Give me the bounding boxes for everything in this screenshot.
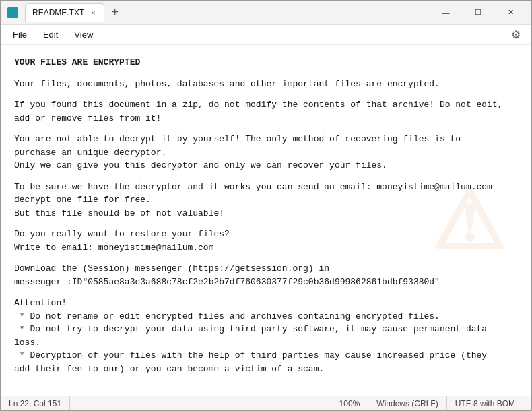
close-button[interactable]: ✕ — [495, 1, 526, 25]
close-tab-button[interactable]: × — [90, 9, 96, 17]
text-editor-area[interactable]: ⚠ YOUR FILES ARE ENCRYPTED Your files, d… — [1, 45, 531, 396]
notepad-window: README.TXT × + — ☐ ✕ File Edit View ⚙ ⚠ … — [0, 0, 532, 411]
heading-text: YOUR FILES ARE ENCRYPTED — [14, 56, 518, 69]
status-bar: Ln 22, Col 151 100% Windows (CRLF) UTF-8… — [1, 396, 531, 410]
paragraph-4: To be sure we have the decryptor and it … — [14, 181, 518, 220]
svg-rect-3 — [9, 13, 16, 15]
active-tab[interactable]: README.TXT × — [25, 3, 104, 22]
text-content: YOUR FILES ARE ENCRYPTED Your files, doc… — [14, 56, 518, 375]
zoom-level: 100% — [331, 396, 369, 410]
app-icon — [6, 6, 20, 20]
menu-view[interactable]: View — [67, 27, 100, 42]
svg-rect-0 — [7, 7, 18, 18]
tab-filename: README.TXT — [32, 8, 84, 18]
menu-edit[interactable]: Edit — [36, 27, 65, 42]
svg-rect-1 — [9, 9, 17, 11]
maximize-button[interactable]: ☐ — [463, 1, 494, 25]
menu-file[interactable]: File — [6, 27, 34, 42]
menu-items: File Edit View — [6, 27, 100, 42]
line-ending: Windows (CRLF) — [368, 396, 446, 410]
menu-bar: File Edit View ⚙ — [1, 25, 531, 45]
minimize-button[interactable]: — — [430, 1, 461, 25]
encoding: UTF-8 with BOM — [447, 396, 523, 410]
paragraph-2: If you found this document in a zip, do … — [14, 98, 518, 125]
cursor-position: Ln 22, Col 151 — [9, 396, 70, 410]
title-bar: README.TXT × + — ☐ ✕ — [1, 1, 531, 25]
svg-rect-2 — [9, 11, 15, 13]
svg-rect-4 — [9, 15, 14, 17]
paragraph-6: Download the (Session) messenger (https:… — [14, 262, 518, 288]
settings-gear-icon[interactable]: ⚙ — [506, 26, 526, 44]
paragraph-7: Attention! * Do not rename or edit encry… — [14, 296, 518, 375]
window-controls: — ☐ ✕ — [430, 1, 526, 25]
new-tab-button[interactable]: + — [106, 3, 125, 22]
tab-container: README.TXT × + — [25, 3, 430, 22]
paragraph-1: Your files, documents, photos, databases… — [14, 77, 518, 91]
paragraph-3: You are not able to decrypt it by yourse… — [14, 133, 518, 172]
paragraph-5: Do you really want to restore your files… — [14, 228, 518, 254]
